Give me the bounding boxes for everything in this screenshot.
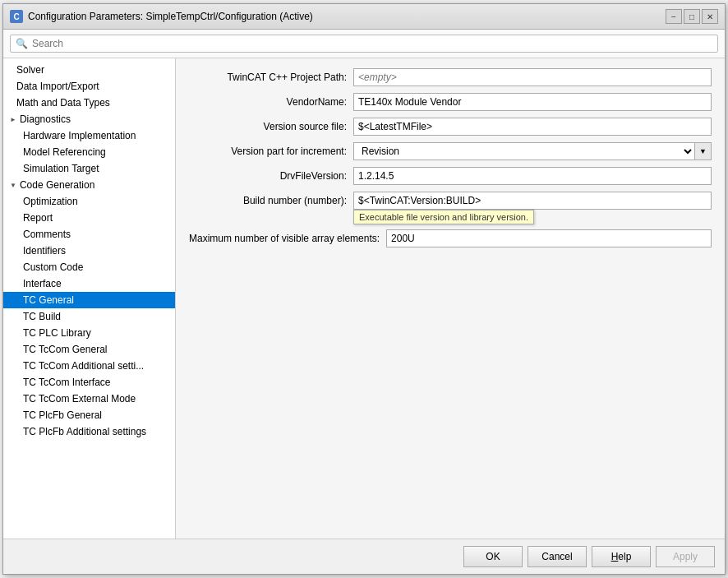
sidebar-item-data-import[interactable]: Data Import/Export <box>3 78 175 95</box>
input-drv-version[interactable] <box>353 167 712 185</box>
form-row-version-source: Version source file: <box>189 118 712 136</box>
sidebar-item-report[interactable]: Report <box>3 210 175 226</box>
sidebar-item-interface[interactable]: Interface <box>3 275 175 292</box>
sidebar: Solver Data Import/Export Math and Data … <box>3 58 176 539</box>
form-row-build-number: Build number (number): Executable file v… <box>189 192 712 210</box>
search-icon: 🔍 <box>16 38 28 49</box>
sidebar-item-tc-build[interactable]: TC Build <box>3 308 175 325</box>
expand-icon: ► <box>10 116 16 123</box>
label-max-array: Maximum number of visible array elements… <box>189 233 386 244</box>
sidebar-item-tc-plc-lib[interactable]: TC PLC Library <box>3 325 175 341</box>
help-underline: Help <box>611 551 632 562</box>
content-area: TwinCAT C++ Project Path: VendorName: Ve… <box>176 58 725 539</box>
label-drv-version: DrvFileVersion: <box>189 170 353 182</box>
sidebar-item-tc-tccom-external[interactable]: TC TcCom External Mode <box>3 391 175 407</box>
form-row-version-part: Version part for increment: Revision Min… <box>189 142 712 160</box>
search-input-wrapper[interactable]: 🔍 <box>10 35 718 53</box>
input-max-array[interactable] <box>386 229 712 247</box>
sidebar-item-tc-plcfb-general[interactable]: TC PlcFb General <box>3 407 175 423</box>
search-bar: 🔍 <box>3 30 725 58</box>
title-bar: C Configuration Parameters: SimpleTempCt… <box>3 4 725 30</box>
expand-icon-2: ▼ <box>10 182 16 189</box>
minimize-button[interactable]: − <box>666 9 682 24</box>
sidebar-item-optimization[interactable]: Optimization <box>3 193 175 210</box>
main-window: C Configuration Parameters: SimpleTempCt… <box>2 3 726 575</box>
main-content: Solver Data Import/Export Math and Data … <box>3 58 725 539</box>
sidebar-item-tc-tccom-interface[interactable]: TC TcCom Interface <box>3 374 175 391</box>
label-build-number: Build number (number): <box>189 195 353 206</box>
form-row-max-array: Maximum number of visible array elements… <box>189 229 712 247</box>
app-icon: C <box>10 10 23 23</box>
form-row-vendor-name: VendorName: <box>189 93 712 111</box>
label-twincat-path: TwinCAT C++ Project Path: <box>189 72 353 83</box>
close-button[interactable]: ✕ <box>702 9 718 24</box>
sidebar-item-tc-plcfb-additional[interactable]: TC PlcFb Additional settings <box>3 423 175 440</box>
label-version-part: Version part for increment: <box>189 146 353 157</box>
input-version-source[interactable] <box>353 118 712 136</box>
label-vendor-name: VendorName: <box>189 96 353 108</box>
sidebar-item-hardware[interactable]: Hardware Implementation <box>3 127 175 144</box>
maximize-button[interactable]: □ <box>684 9 700 24</box>
sidebar-item-tc-tccom-general[interactable]: TC TcCom General <box>3 341 175 358</box>
input-vendor-name[interactable] <box>353 93 712 111</box>
version-part-wrapper: Revision Minor Major ▼ <box>353 142 712 160</box>
input-build-number[interactable] <box>353 192 712 210</box>
help-button[interactable]: Help <box>592 546 651 567</box>
sidebar-item-sim-target[interactable]: Simulation Target <box>3 160 175 177</box>
sidebar-item-custom-code[interactable]: Custom Code <box>3 259 175 275</box>
bottom-bar: OK Cancel Help Apply <box>3 539 725 574</box>
apply-button[interactable]: Apply <box>656 546 715 567</box>
title-bar-left: C Configuration Parameters: SimpleTempCt… <box>10 10 313 23</box>
sidebar-item-model-ref[interactable]: Model Referencing <box>3 144 175 160</box>
window-controls: − □ ✕ <box>666 9 718 24</box>
cancel-button[interactable]: Cancel <box>528 546 587 567</box>
select-version-part[interactable]: Revision Minor Major <box>353 142 695 160</box>
label-version-source: Version source file: <box>189 121 353 132</box>
form-row-twincat-path: TwinCAT C++ Project Path: <box>189 68 712 86</box>
sidebar-item-tc-general[interactable]: TC General <box>3 292 175 308</box>
sidebar-item-identifiers[interactable]: Identifiers <box>3 243 175 259</box>
sidebar-item-solver[interactable]: Solver <box>3 62 175 78</box>
code-gen-label: Code Generation <box>20 179 94 191</box>
tooltip-build-number: Executable file version and library vers… <box>353 210 534 224</box>
sidebar-item-math-data[interactable]: Math and Data Types <box>3 95 175 111</box>
input-twincat-path[interactable] <box>353 68 712 86</box>
form-row-drv-version: DrvFileVersion: <box>189 167 712 185</box>
sidebar-item-comments[interactable]: Comments <box>3 226 175 243</box>
window-title: Configuration Parameters: SimpleTempCtrl… <box>28 11 313 22</box>
sidebar-item-diagnostics[interactable]: ► Diagnostics <box>3 111 175 127</box>
ok-button[interactable]: OK <box>463 546 523 567</box>
sidebar-item-code-gen[interactable]: ▼ Code Generation <box>3 177 175 193</box>
version-part-dropdown-arrow[interactable]: ▼ <box>695 142 712 160</box>
diagnostics-label: Diagnostics <box>20 113 71 125</box>
search-input[interactable] <box>32 38 712 49</box>
sidebar-item-tc-tccom-additional[interactable]: TC TcCom Additional setti... <box>3 358 175 374</box>
